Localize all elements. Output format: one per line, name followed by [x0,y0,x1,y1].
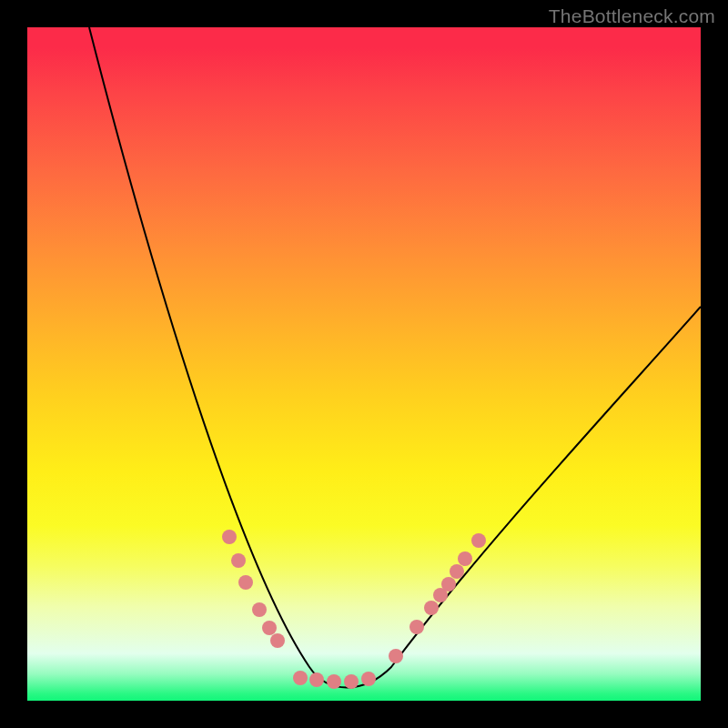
curve-marker [410,620,424,634]
bottleneck-curve [27,27,701,701]
watermark-text: TheBottleneck.com [549,5,715,27]
curve-marker [231,553,246,568]
curve-marker [361,672,376,686]
curve-marker [471,533,486,548]
chart-plot-area [27,27,701,701]
curve-marker [327,674,341,689]
curve-marker [238,575,253,590]
curve-marker [450,564,464,579]
curve-marker [458,551,472,566]
curve-marker [424,601,439,615]
curve-marker [309,672,324,687]
curve-marker [252,602,267,617]
curve-marker [344,674,359,689]
curve-marker [389,649,403,663]
curve-marker [441,577,456,592]
curve-marker [270,633,285,648]
curve-marker [222,530,237,544]
curve-marker [293,671,308,685]
curve-marker [262,621,277,635]
